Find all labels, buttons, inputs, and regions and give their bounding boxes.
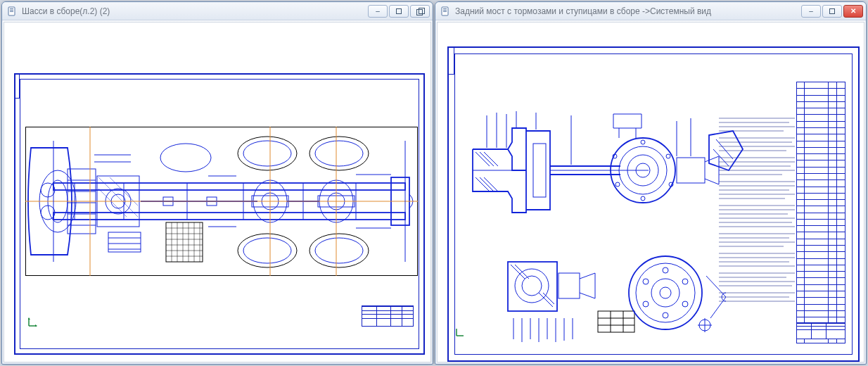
- svg-point-59: [309, 234, 369, 267]
- svg-point-136: [666, 154, 670, 158]
- axle-assembly-drawing: [466, 107, 726, 346]
- window-chassis: Шасси в сборе(л.2) (2) –: [1, 1, 433, 365]
- svg-point-61: [315, 141, 363, 166]
- svg-point-14: [41, 183, 55, 197]
- minimize-icon: –: [809, 8, 813, 15]
- origin-marker-icon: [28, 317, 35, 324]
- svg-line-123: [484, 152, 498, 166]
- window-title: Шасси в сборе(л.2) (2): [22, 6, 368, 16]
- svg-rect-78: [443, 8, 447, 9]
- origin-marker-icon: [456, 327, 463, 334]
- svg-point-60: [243, 141, 291, 166]
- svg-point-56: [238, 137, 297, 170]
- chassis-drawing: [25, 127, 418, 276]
- maximize-icon: [396, 8, 402, 14]
- maximize-icon: [829, 8, 835, 14]
- window-title: Задний мост с тормозами и ступицами в сб…: [455, 6, 801, 16]
- svg-rect-5: [53, 213, 405, 220]
- drawing-canvas[interactable]: [4, 23, 430, 362]
- svg-point-177: [663, 267, 668, 273]
- svg-rect-168: [598, 311, 634, 332]
- svg-point-181: [643, 301, 649, 307]
- svg-rect-127: [533, 144, 546, 197]
- svg-point-154: [522, 276, 542, 296]
- svg-rect-80: [443, 11, 447, 12]
- svg-rect-4: [53, 183, 405, 190]
- maximize-button[interactable]: [822, 5, 842, 18]
- title-block: [362, 305, 414, 327]
- svg-rect-141: [677, 158, 705, 183]
- svg-point-178: [682, 279, 688, 284]
- titlebar[interactable]: Шасси в сборе(л.2) (2) –: [2, 2, 433, 20]
- svg-point-179: [682, 301, 688, 307]
- svg-point-176: [660, 287, 671, 298]
- svg-line-121: [476, 152, 490, 166]
- svg-rect-1: [10, 8, 13, 9]
- close-icon: ✕: [850, 8, 856, 15]
- window-controls: –: [368, 5, 430, 18]
- svg-point-139: [615, 182, 620, 187]
- parts-list-table: [796, 82, 845, 343]
- document-icon: [440, 6, 451, 17]
- window-rear-axle: Задний мост с тормозами и ступицами в сб…: [435, 1, 867, 365]
- svg-line-126: [484, 177, 498, 191]
- svg-point-15: [41, 206, 55, 220]
- svg-point-174: [636, 263, 695, 322]
- svg-point-180: [663, 313, 668, 318]
- maximize-button[interactable]: [389, 5, 409, 18]
- window-controls: – ✕: [801, 5, 863, 18]
- title-block: [796, 322, 845, 339]
- svg-line-125: [480, 177, 494, 191]
- svg-rect-3: [10, 11, 13, 12]
- svg-point-63: [315, 238, 363, 263]
- titlebar[interactable]: Задний мост с тормозами и ступицами в сб…: [435, 2, 866, 20]
- svg-point-58: [238, 234, 297, 267]
- svg-line-156: [515, 265, 529, 279]
- binder-block: [447, 46, 454, 75]
- document-icon: [6, 6, 18, 17]
- svg-point-138: [641, 196, 645, 201]
- drawing-viewport[interactable]: [437, 22, 864, 362]
- minimize-button[interactable]: –: [801, 5, 821, 18]
- minimize-button[interactable]: –: [368, 5, 388, 18]
- svg-rect-159: [559, 273, 580, 298]
- svg-point-57: [309, 137, 369, 170]
- svg-point-135: [641, 140, 645, 144]
- minimize-icon: –: [376, 8, 380, 15]
- close-button[interactable]: ✕: [843, 5, 863, 18]
- svg-point-182: [643, 279, 649, 284]
- svg-rect-2: [10, 10, 13, 11]
- svg-point-48: [160, 144, 211, 172]
- svg-point-62: [243, 238, 291, 263]
- drawing-viewport[interactable]: [4, 22, 431, 362]
- restore-icon: [416, 8, 423, 15]
- svg-line-122: [480, 152, 494, 166]
- close-button[interactable]: [410, 5, 430, 18]
- bracket-detail: [705, 128, 747, 177]
- svg-line-187: [716, 139, 733, 159]
- svg-rect-79: [443, 10, 447, 11]
- svg-point-175: [651, 279, 679, 307]
- binder-block: [14, 73, 20, 99]
- drawing-canvas[interactable]: [438, 23, 864, 362]
- svg-line-124: [476, 177, 490, 191]
